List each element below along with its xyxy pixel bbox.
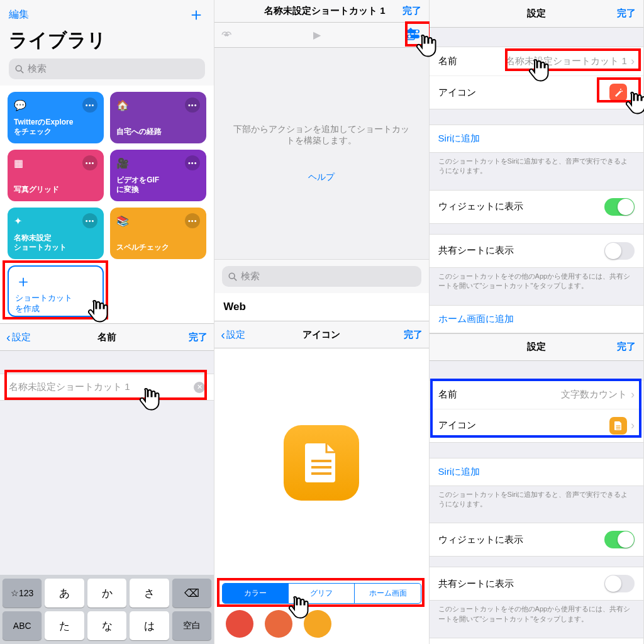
clear-button[interactable]: ✕ [194,382,205,393]
settings-toggle-icon[interactable] [406,29,420,42]
svg-point-12 [620,89,621,90]
tile-home-route[interactable]: 🏠•••自宅への経路 [110,92,206,143]
name-value: 文字数カウント [561,389,627,401]
widget-label: ウィジェットに表示 [438,201,523,213]
more-icon[interactable]: ••• [185,97,200,113]
chevron-icon: › [631,419,635,432]
settings-title: 設定 [527,341,546,353]
share-desc: このショートカットをその他のAppから使用するには、共有シートを開いて"ショート… [430,601,643,628]
icon-preview [284,425,359,501]
settings-title: 設定 [527,8,546,19]
share-toggle[interactable] [604,242,635,260]
kb-key[interactable]: た [45,611,84,640]
segment-home[interactable]: ホーム画面 [355,584,420,603]
kb-key[interactable]: ☆123 [3,579,42,608]
search-input[interactable]: 検索 [9,58,205,79]
more-icon[interactable]: ••• [185,155,200,170]
color-swatch[interactable] [265,610,292,638]
icon-label: アイコン [438,419,476,431]
svg-point-4 [416,30,418,33]
tile-video-gif[interactable]: 🎥•••ビデオをGIF に変換 [110,150,206,201]
editor-title: 名称未設定ショートカット 1 [264,5,386,17]
kb-backspace[interactable]: ⌫ [172,579,211,608]
more-icon[interactable]: ••• [185,213,200,228]
add-button[interactable]: ＋ [187,3,205,26]
wand-icon: ✦ [14,215,22,227]
chevron-icon: › [631,86,635,99]
play-icon[interactable]: ▶ [313,29,321,41]
widget-toggle[interactable] [604,531,635,548]
icon-row[interactable]: アイコン › [430,76,643,109]
name-input[interactable]: 名称未設定ショートカット 1 [9,381,130,393]
kb-key[interactable]: か [87,579,126,608]
done-button[interactable]: 完了 [617,341,636,353]
widget-row: ウィジェットに表示 [430,191,643,223]
back-button[interactable]: ‹設定 [221,328,245,342]
done-button[interactable]: 完了 [402,5,421,17]
segment-color[interactable]: カラー [223,584,289,603]
create-label: ショートカット を作成 [15,293,96,314]
svg-point-0 [16,65,21,71]
siri-link[interactable]: Siriに追加 [430,125,643,153]
tile-label: 自宅への経路 [116,127,200,137]
more-icon[interactable]: ••• [82,97,97,113]
wand-icon [609,84,627,101]
help-link[interactable]: ヘルプ [308,172,335,183]
document-icon [609,417,627,435]
share-label: 共有シートに表示 [438,578,514,590]
done-button[interactable]: 完了 [404,329,423,341]
tile-twitter[interactable]: 💬•••TwitterのExplore をチェック [8,92,104,143]
svg-point-6 [408,35,411,38]
kb-key[interactable]: さ [130,579,169,608]
share-label: 共有シートに表示 [438,245,514,257]
search-placeholder: 検索 [241,270,260,282]
share-desc: このショートカットをその他のAppから使用するには、共有シートを開いて"ショート… [430,268,643,295]
siri-desc: このショートカットをSiriに追加すると、音声で実行できるようになります。 [430,153,643,180]
name-row[interactable]: 名前 文字数カウント› [430,380,643,409]
tile-label: ビデオをGIF に変換 [116,175,200,195]
action-search[interactable]: 検索 [222,266,421,287]
kb-key[interactable]: な [87,611,126,640]
segment-glyph[interactable]: グリフ [289,584,355,603]
edit-button[interactable]: 編集 [9,8,29,21]
done-button[interactable]: 完了 [189,331,208,343]
tile-label: TwitterのExplore をチェック [14,118,97,137]
tile-spellcheck[interactable]: 📚•••スペルチェック [110,208,206,259]
more-icon[interactable]: ••• [82,155,97,170]
home-icon: 🏠 [116,99,129,111]
grid-icon: ▦ [14,157,23,169]
chevron-icon: › [631,55,635,68]
kb-key[interactable]: あ [45,579,84,608]
siri-desc: このショートカットをSiriに追加すると、音声で実行できるようになります。 [430,486,643,513]
widget-toggle[interactable] [604,198,635,216]
more-icon[interactable]: ••• [82,213,97,228]
redo-icon[interactable]: ↷ [221,29,230,41]
plus-icon: ＋ [15,273,96,289]
siri-link[interactable]: Siriに追加 [430,458,643,486]
speech-icon: 💬 [14,99,26,111]
color-swatch[interactable] [304,610,331,638]
home-link[interactable]: ホーム画面に追加 [430,638,643,644]
keyboard: ☆123 あ か さ ⌫ ABC た な は 空白 [0,575,214,644]
share-toggle[interactable] [604,575,635,592]
search-placeholder: 検索 [28,63,47,75]
kb-space[interactable]: 空白 [172,611,211,640]
color-swatch[interactable] [226,610,253,638]
tile-photo-grid[interactable]: ▦•••写真グリッド [8,150,104,201]
tile-untitled[interactable]: ✦•••名称未設定 ショートカット [8,208,104,259]
svg-line-8 [234,278,236,280]
icon-row[interactable]: アイコン › [430,409,643,442]
home-link[interactable]: ホーム画面に追加 [430,305,643,333]
nav-title: アイコン [303,329,340,341]
create-shortcut-button[interactable]: ＋ショートカット を作成 [8,265,104,317]
kb-key[interactable]: ABC [3,611,42,640]
back-button[interactable]: ‹設定 [6,330,31,345]
name-row[interactable]: 名前 名称未設定ショートカット 1› [430,47,643,76]
share-row: 共有シートに表示 [430,567,643,600]
kb-key[interactable]: は [130,611,169,640]
empty-message: 下部からアクションを追加してショートカットを構築します。 [233,124,409,147]
done-button[interactable]: 完了 [617,8,636,19]
icon-segment-control[interactable]: カラー グリフ ホーム画面 [222,583,421,604]
name-value: 名称未設定ショートカット 1 [506,55,627,67]
name-label: 名前 [438,389,457,401]
